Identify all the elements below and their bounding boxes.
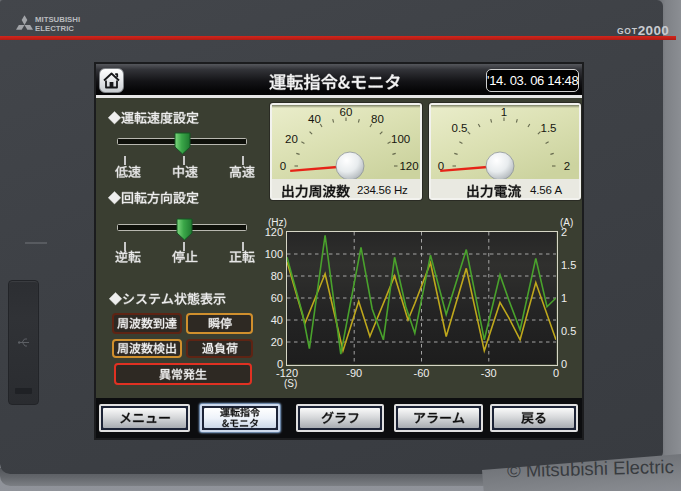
svg-text:100: 100 — [391, 133, 410, 145]
svg-text:20: 20 — [285, 133, 298, 145]
svg-text:0.5: 0.5 — [452, 122, 468, 134]
svg-text:2: 2 — [564, 160, 570, 172]
svg-text:40: 40 — [308, 113, 321, 125]
svg-text:120: 120 — [399, 160, 418, 172]
svg-text:1.5: 1.5 — [541, 122, 557, 134]
svg-text:0: 0 — [280, 160, 286, 172]
svg-text:1: 1 — [501, 106, 507, 118]
svg-text:80: 80 — [371, 113, 384, 125]
svg-text:60: 60 — [340, 106, 353, 118]
